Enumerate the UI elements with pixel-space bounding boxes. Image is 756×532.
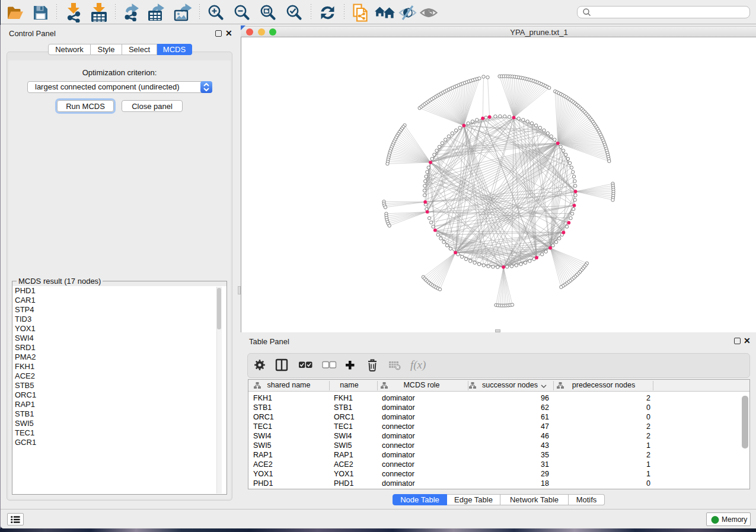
svg-text:f(x): f(x): [410, 358, 426, 371]
